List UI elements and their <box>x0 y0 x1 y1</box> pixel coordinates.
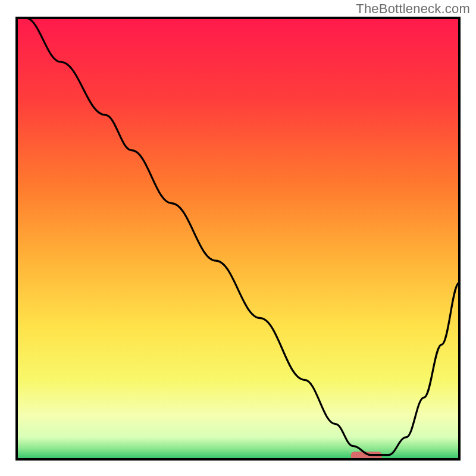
heat-background <box>17 18 459 459</box>
chart-container: TheBottleneck.com <box>0 0 476 476</box>
bottleneck-chart <box>0 0 476 476</box>
